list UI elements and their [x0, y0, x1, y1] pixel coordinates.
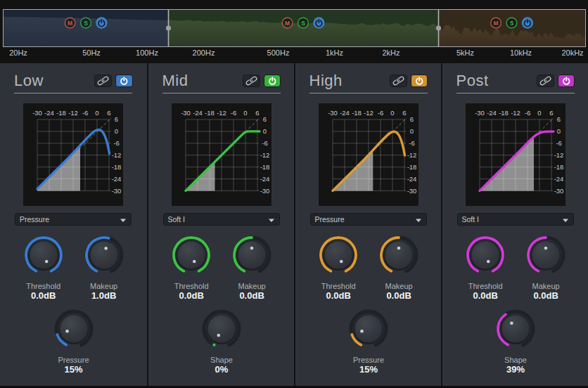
svg-text:-30: -30 [407, 187, 416, 195]
svg-text:-18: -18 [352, 109, 362, 117]
svg-text:-6: -6 [82, 109, 88, 117]
svg-text:-24: -24 [112, 175, 122, 183]
svg-text:6: 6 [262, 115, 266, 123]
svg-text:-12: -12 [511, 109, 520, 117]
svg-text:-12: -12 [554, 151, 563, 159]
svg-text:0: 0 [556, 127, 560, 135]
svg-text:-24: -24 [487, 109, 497, 117]
svg-text:6: 6 [115, 115, 118, 123]
svg-text:-12: -12 [112, 151, 122, 159]
svg-text:-6: -6 [409, 139, 414, 147]
svg-text:0: 0 [390, 109, 394, 117]
svg-text:0: 0 [409, 127, 413, 135]
svg-text:-18: -18 [407, 163, 416, 171]
svg-text:-24: -24 [407, 175, 416, 183]
svg-text:-18: -18 [56, 109, 66, 117]
svg-text:-30: -30 [328, 109, 338, 117]
svg-text:-24: -24 [340, 109, 350, 117]
svg-text:-6: -6 [524, 109, 530, 117]
svg-text:-18: -18 [112, 163, 122, 171]
svg-text:-30: -30 [554, 187, 563, 195]
svg-text:0: 0 [115, 127, 118, 135]
svg-text:S: S [510, 20, 514, 27]
svg-text:-24: -24 [44, 109, 54, 117]
svg-text:-24: -24 [260, 175, 269, 183]
svg-text:-30: -30 [260, 187, 269, 195]
svg-text:6: 6 [107, 109, 110, 117]
svg-text:0: 0 [243, 109, 247, 117]
svg-text:6: 6 [549, 109, 553, 117]
svg-text:0: 0 [262, 127, 266, 135]
svg-text:-24: -24 [554, 175, 563, 183]
svg-text:-18: -18 [260, 163, 269, 171]
svg-text:-12: -12 [217, 109, 226, 117]
svg-text:-12: -12 [68, 109, 78, 117]
svg-text:-6: -6 [230, 109, 236, 117]
svg-text:-30: -30 [32, 109, 42, 117]
svg-text:-6: -6 [113, 139, 119, 147]
svg-text:-30: -30 [112, 187, 122, 195]
svg-text:6: 6 [402, 109, 406, 117]
svg-text:6: 6 [255, 109, 259, 117]
svg-text:-18: -18 [554, 163, 563, 171]
svg-text:0: 0 [95, 109, 98, 117]
svg-text:-24: -24 [193, 109, 203, 117]
svg-text:-12: -12 [407, 151, 416, 159]
svg-text:-6: -6 [377, 109, 383, 117]
svg-text:-12: -12 [364, 109, 373, 117]
svg-text:6: 6 [556, 115, 560, 123]
svg-text:-6: -6 [262, 139, 267, 147]
svg-text:M: M [285, 20, 290, 27]
svg-text:-30: -30 [475, 109, 485, 117]
svg-text:-18: -18 [499, 109, 509, 117]
svg-text:-30: -30 [181, 109, 191, 117]
svg-text:S: S [84, 20, 88, 27]
svg-text:-18: -18 [205, 109, 215, 117]
svg-text:0: 0 [537, 109, 541, 117]
svg-text:S: S [301, 20, 305, 27]
svg-text:-6: -6 [556, 139, 561, 147]
svg-text:-12: -12 [260, 151, 269, 159]
svg-text:6: 6 [409, 115, 413, 123]
svg-text:M: M [494, 20, 499, 27]
svg-text:M: M [68, 20, 72, 27]
